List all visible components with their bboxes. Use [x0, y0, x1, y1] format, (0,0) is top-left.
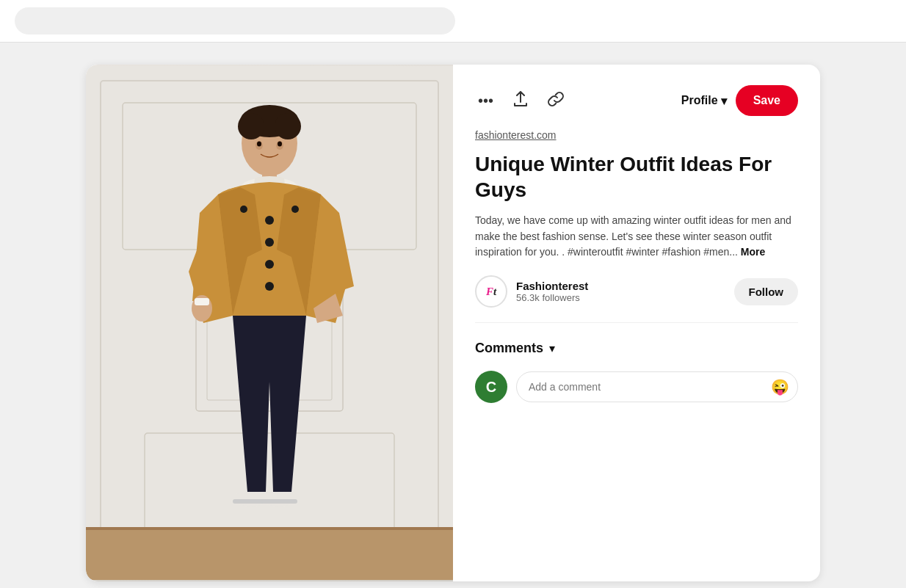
creator-name: Fashionterest — [516, 280, 588, 292]
link-button[interactable] — [545, 88, 567, 114]
creator-row: Ft Fashionterest 56.3k followers Follow — [475, 275, 798, 323]
comments-chevron-icon: ▾ — [549, 341, 555, 355]
svg-point-15 — [278, 142, 282, 147]
svg-point-11 — [275, 113, 301, 139]
svg-point-19 — [265, 260, 274, 269]
comment-user-avatar: C — [475, 371, 507, 403]
pin-description: Today, we have come up with amazing wint… — [475, 213, 798, 261]
svg-point-21 — [240, 206, 247, 213]
comments-section: Comments ▾ C 😜 — [475, 341, 798, 403]
share-button[interactable] — [510, 88, 532, 114]
creator-avatar[interactable]: Ft — [475, 275, 507, 308]
svg-point-20 — [265, 282, 274, 291]
creator-followers: 56.3k followers — [516, 292, 588, 303]
profile-button[interactable]: Profile ▾ — [681, 94, 727, 108]
search-bar-container: winter outfit ideas for men — [0, 0, 906, 43]
comment-user-initial: C — [486, 379, 496, 396]
comment-input[interactable] — [516, 371, 798, 402]
pin-title: Unique Winter Outfit Ideas For Guys — [475, 151, 798, 203]
svg-point-14 — [257, 142, 261, 147]
more-options-button[interactable]: ••• — [475, 90, 496, 112]
save-button[interactable]: Save — [736, 85, 798, 116]
link-icon — [548, 91, 564, 111]
comment-input-row: C 😜 — [475, 371, 798, 403]
search-input[interactable]: winter outfit ideas for men — [15, 7, 455, 35]
svg-rect-7 — [86, 527, 453, 530]
more-icon: ••• — [478, 92, 493, 109]
share-icon — [512, 91, 529, 111]
profile-chevron-icon: ▾ — [721, 94, 727, 108]
comment-input-wrapper: 😜 — [516, 371, 798, 402]
more-link[interactable]: More — [741, 246, 765, 258]
svg-rect-6 — [86, 529, 453, 580]
svg-rect-30 — [195, 298, 209, 305]
comments-label: Comments — [475, 341, 543, 356]
main-content: ••• — [0, 43, 906, 588]
svg-point-22 — [291, 206, 299, 213]
source-link[interactable]: fashionterest.com — [475, 129, 798, 141]
svg-point-10 — [238, 113, 264, 139]
toolbar-right: Profile ▾ Save — [681, 85, 798, 116]
pin-image-panel — [86, 65, 453, 581]
pin-card: ••• — [86, 65, 820, 581]
svg-rect-29 — [261, 499, 297, 504]
follow-button[interactable]: Follow — [734, 278, 799, 305]
toolbar-left: ••• — [475, 88, 567, 114]
emoji-button[interactable]: 😜 — [771, 378, 789, 396]
emoji-icon: 😜 — [771, 379, 789, 395]
creator-details: Fashionterest 56.3k followers — [516, 280, 588, 303]
comments-header[interactable]: Comments ▾ — [475, 341, 798, 356]
svg-point-17 — [265, 216, 274, 225]
profile-label: Profile — [681, 94, 718, 107]
info-panel: ••• — [453, 65, 820, 581]
creator-info: Ft Fashionterest 56.3k followers — [475, 275, 588, 308]
ft-logo-text: F — [486, 286, 493, 298]
svg-point-18 — [265, 238, 274, 247]
toolbar: ••• — [475, 85, 798, 116]
